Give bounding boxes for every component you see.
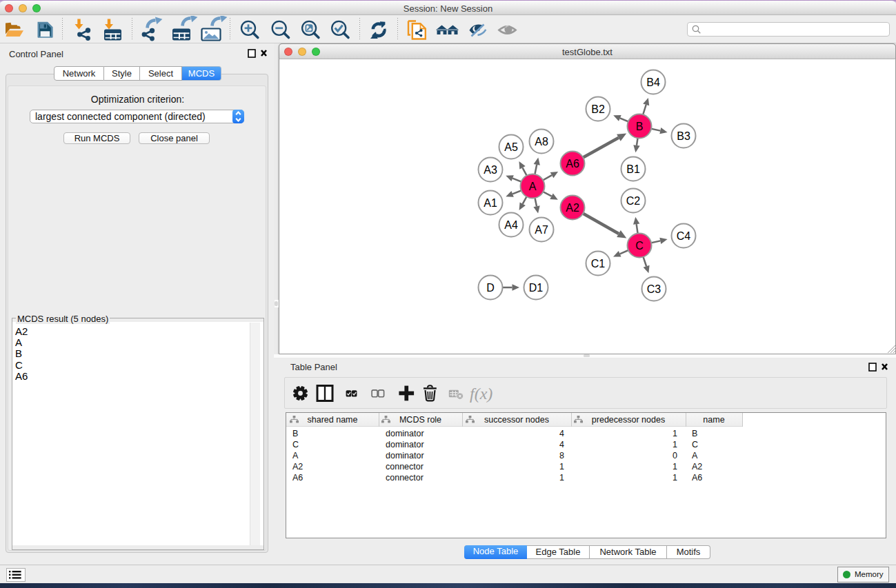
- svg-text:C3: C3: [647, 283, 661, 295]
- svg-text:A6: A6: [566, 158, 579, 170]
- svg-text:D1: D1: [529, 282, 544, 294]
- svg-text:f(x): f(x): [470, 385, 492, 403]
- svg-text:A2: A2: [566, 202, 579, 214]
- svg-text:A8: A8: [535, 136, 548, 148]
- svg-text:B: B: [636, 121, 644, 132]
- svg-text:C1: C1: [591, 258, 606, 270]
- svg-text:B2: B2: [591, 103, 605, 115]
- svg-text:A1: A1: [484, 197, 497, 209]
- svg-text:C2: C2: [626, 195, 641, 207]
- svg-text:A3: A3: [484, 164, 497, 176]
- svg-text:C: C: [635, 240, 644, 252]
- svg-text:C4: C4: [677, 230, 691, 242]
- svg-text:A5: A5: [504, 141, 518, 153]
- svg-text:D: D: [486, 282, 495, 294]
- svg-text:A4: A4: [504, 219, 518, 231]
- svg-text:B3: B3: [677, 130, 690, 142]
- svg-text:A7: A7: [535, 224, 548, 236]
- svg-text:B1: B1: [626, 163, 640, 175]
- svg-text:B4: B4: [646, 77, 660, 88]
- svg-text:A: A: [529, 181, 537, 192]
